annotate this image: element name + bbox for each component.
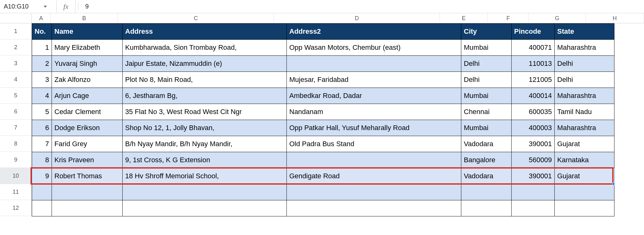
cell-E11[interactable] [461,184,512,200]
cell-E6[interactable]: Chennai [461,104,512,120]
hdr-pincode[interactable]: Pincode [512,24,555,40]
cell-D5[interactable]: Ambedkar Road, Dadar [287,88,461,104]
cell-F2[interactable]: 400071 [512,40,555,56]
cell-G8[interactable]: Gujarat [555,136,614,152]
col-header-D[interactable]: D [274,13,440,23]
cell-B9[interactable]: Kris Praveen [52,152,123,168]
cell-B5[interactable]: Arjun Cage [52,88,123,104]
row-header-3[interactable]: 3 [0,55,32,72]
cell-B6[interactable]: Cedar Clement [52,104,123,120]
cell-A6[interactable]: 5 [32,104,52,120]
hdr-address2[interactable]: Address2 [287,24,461,40]
cell-A11[interactable] [32,184,52,200]
cell-A12[interactable] [32,200,52,216]
cell-A7[interactable]: 6 [32,120,52,136]
cell-B7[interactable]: Dodge Erikson [52,120,123,136]
row-header-12[interactable]: 12 [0,200,32,216]
cell-F5[interactable]: 400014 [512,88,555,104]
cell-A4[interactable]: 3 [32,72,52,88]
row-header-8[interactable]: 8 [0,136,32,152]
cell-C12[interactable] [123,200,287,216]
cell-G11[interactable] [555,184,614,200]
cell-C5[interactable]: 6, Jestharam Bg, [123,88,287,104]
cell-C9[interactable]: 9, 1st Cross, K G Extension [123,152,287,168]
cell-C3[interactable]: Jaipur Estate, Nizammuddin (e) [123,56,287,72]
col-header-B[interactable]: B [51,13,118,23]
cell-E3[interactable]: Delhi [461,56,512,72]
cell-E9[interactable]: Bangalore [461,152,512,168]
select-all-corner[interactable] [0,13,32,23]
cell-D8[interactable]: Old Padra Bus Stand [287,136,461,152]
cell-C10[interactable]: 18 Hv Shroff Memorial School, [123,168,287,184]
col-header-E[interactable]: E [440,13,488,23]
cell-F11[interactable] [512,184,555,200]
row-header-5[interactable]: 5 [0,88,32,104]
row-header-4[interactable]: 4 [0,72,32,88]
cell-C4[interactable]: Plot No 8, Main Road, [123,72,287,88]
cell-E7[interactable]: Mumbai [461,120,512,136]
row-header-6[interactable]: 6 [0,104,32,120]
row-header-7[interactable]: 7 [0,120,32,136]
cell-E2[interactable]: Mumbai [461,40,512,56]
name-box-input[interactable] [3,2,41,11]
cell-D6[interactable]: Nandanam [287,104,461,120]
cell-A5[interactable]: 4 [32,88,52,104]
cell-D11[interactable] [287,184,461,200]
row-header-2[interactable]: 2 [0,39,32,55]
cell-E5[interactable]: Mumbai [461,88,512,104]
hdr-no[interactable]: No. [32,24,52,40]
cell-E10[interactable]: Vadodara [461,168,512,184]
col-header-H[interactable]: H [586,13,644,23]
cell-A8[interactable]: 7 [32,136,52,152]
cell-D9[interactable] [287,152,461,168]
cell-G5[interactable]: Maharashtra [555,88,614,104]
hdr-address[interactable]: Address [123,24,287,40]
cell-G2[interactable]: Maharashtra [555,40,614,56]
cell-B10[interactable]: Robert Thomas [52,168,123,184]
row-header-10[interactable]: 10 [0,168,32,184]
cell-B12[interactable] [52,200,123,216]
cell-C11[interactable] [123,184,287,200]
cell-D7[interactable]: Opp Patkar Hall, Yusuf Meharally Road [287,120,461,136]
cell-E4[interactable]: Delhi [461,72,512,88]
cell-F3[interactable]: 110013 [512,56,555,72]
name-box[interactable] [0,0,57,13]
cell-B3[interactable]: Yuvaraj Singh [52,56,123,72]
cell-F9[interactable]: 560009 [512,152,555,168]
cell-F10[interactable]: 390001 [512,168,555,184]
cell-A2[interactable]: 1 [32,40,52,56]
cell-D10[interactable]: Gendigate Road [287,168,461,184]
cell-F12[interactable] [512,200,555,216]
col-header-F[interactable]: F [488,13,529,23]
cell-B8[interactable]: Farid Grey [52,136,123,152]
row-header-9[interactable]: 9 [0,152,32,168]
hdr-city[interactable]: City [461,24,512,40]
col-header-G[interactable]: G [529,13,586,23]
cell-G10[interactable]: Gujarat [555,168,614,184]
cell-G3[interactable]: Delhi [555,56,614,72]
cell-C8[interactable]: B/h Nyay Mandir, B/h Nyay Mandir, [123,136,287,152]
cell-G9[interactable]: Karnataka [555,152,614,168]
cell-F7[interactable]: 400003 [512,120,555,136]
cell-C6[interactable]: 35 Flat No 3, West Road West Cit Ngr [123,104,287,120]
hdr-state[interactable]: State [555,24,614,40]
selection-handle[interactable] [612,183,615,185]
cell-D12[interactable] [287,200,461,216]
hdr-name[interactable]: Name [52,24,123,40]
cell-A3[interactable]: 2 [32,56,52,72]
cell-F6[interactable]: 600035 [512,104,555,120]
cell-F4[interactable]: 121005 [512,72,555,88]
cell-B11[interactable] [52,184,123,200]
cell-G4[interactable]: Delhi [555,72,614,88]
col-header-C[interactable]: C [118,13,274,23]
row-header-1[interactable]: 1 [0,23,32,39]
cell-G12[interactable] [555,200,614,216]
row-header-11[interactable]: 11 [0,184,32,200]
col-header-A[interactable]: A [32,13,51,23]
name-box-dropdown-icon[interactable] [41,3,47,10]
formula-input[interactable] [78,0,644,13]
cell-G7[interactable]: Maharashtra [555,120,614,136]
cell-A10[interactable]: 9 [32,168,52,184]
cell-A9[interactable]: 8 [32,152,52,168]
cell-B2[interactable]: Mary Elizabeth [52,40,123,56]
